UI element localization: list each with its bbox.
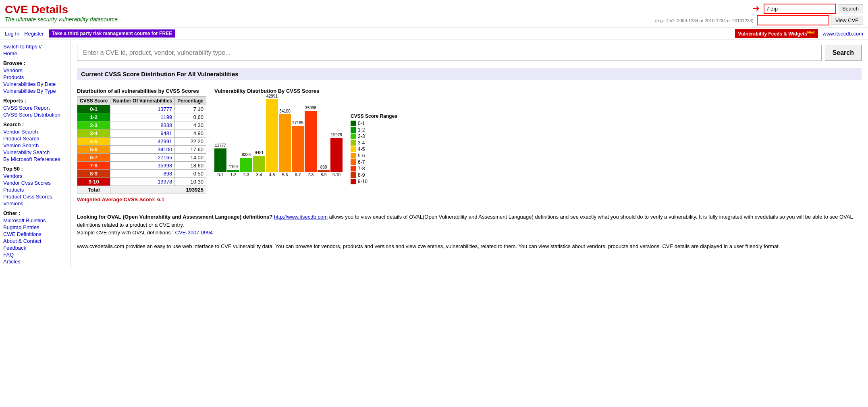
chart-legend: CVSS Score Ranges 0-1 1-2 2-3 3-4 4-5 5-… — [351, 113, 397, 185]
register-link[interactable]: Register — [24, 31, 44, 37]
sidebar-item-vulnerability-search[interactable]: Vulnerability Search — [3, 149, 70, 156]
bar-label-top: 34100 — [279, 109, 291, 113]
sidebar-reports-label: Reports : — [3, 98, 70, 104]
legend-color — [351, 153, 356, 159]
sidebar-item-products[interactable]: Products — [3, 74, 70, 81]
sidebar-item-version-search[interactable]: Version Search — [3, 142, 70, 149]
sidebar-item-top50-vendors[interactable]: Vendors — [3, 173, 70, 179]
sidebar-item-by-ms-ref[interactable]: By Microsoft References — [3, 156, 70, 163]
sidebar-item-articles[interactable]: Articles — [3, 258, 70, 265]
bar-label-top: 35998 — [305, 106, 316, 110]
bar-group: 19978 9-10 — [330, 133, 343, 177]
table-row: 6-7 27165 14.00 — [77, 154, 206, 162]
top-search-button[interactable]: Search — [838, 4, 863, 13]
third-party-button[interactable]: Take a third party risk management cours… — [49, 29, 176, 38]
sidebar-item-vendor-search[interactable]: Vendor Search — [3, 128, 70, 135]
vuln-feeds-label: Vulnerability Feeds & Widgets — [738, 31, 807, 37]
bar-group: 35998 7-8 — [305, 106, 317, 177]
legend-color — [351, 166, 356, 171]
vuln-feeds-new: New — [807, 30, 815, 34]
sidebar: Switch to https:// Home Browse : Vendors… — [0, 40, 71, 268]
header: CVE Details The ultimate security vulner… — [0, 0, 868, 27]
chart-title: Vulnerability Distribution By CVSS Score… — [214, 88, 862, 94]
legend-color — [351, 127, 356, 133]
sidebar-item-switch-https[interactable]: Switch to https:// — [3, 43, 70, 50]
bar-group: 1199 1-2 — [227, 165, 239, 177]
sidebar-item-ms-bulletins[interactable]: Microsoft Bulletins — [3, 217, 70, 224]
sidebar-item-product-search[interactable]: Product Search — [3, 135, 70, 142]
top-search-input[interactable] — [764, 4, 836, 14]
main-search-button[interactable]: Search — [825, 45, 862, 61]
top-cve-input[interactable] — [757, 15, 829, 25]
chart-container: 13777 0-1 1199 1-2 8338 2-3 9481 3-4 429… — [214, 96, 862, 185]
sidebar-item-top50-product-cvss[interactable]: Product Cvss Scores — [3, 193, 70, 200]
sidebar-browse-label: Browse : — [3, 60, 70, 66]
sidebar-item-about[interactable]: About & Contact — [3, 238, 70, 244]
legend-label: 9-10 — [358, 179, 368, 184]
sidebar-item-bugtraq[interactable]: Bugtraq Entries — [3, 224, 70, 231]
oval-section: Looking for OVAL (Open Vulnerability and… — [77, 213, 862, 237]
legend-label: 8-9 — [358, 172, 365, 178]
bar-group: 27165 6-7 — [292, 121, 304, 177]
bar-label-bottom: 8-9 — [321, 173, 326, 177]
sidebar-item-home[interactable]: Home — [3, 50, 70, 57]
sidebar-item-top50-products[interactable]: Products — [3, 186, 70, 193]
login-link[interactable]: Log In — [5, 31, 19, 37]
legend-label: 0-1 — [358, 121, 365, 126]
sidebar-top50-label: Top 50 : — [3, 166, 70, 172]
total-count: 193925 — [110, 186, 206, 194]
sidebar-item-vuln-by-date[interactable]: Vulnerabilities By Date — [3, 81, 70, 88]
bar-label-bottom: 2-3 — [243, 173, 249, 177]
legend-color — [351, 179, 356, 184]
table-row: 7-8 35998 18.60 — [77, 162, 206, 170]
legend-title: CVSS Score Ranges — [351, 113, 397, 119]
main-search-input[interactable] — [77, 45, 822, 61]
sidebar-search-label: Search : — [3, 121, 70, 127]
sidebar-item-cwe[interactable]: CWE Definitions — [3, 231, 70, 238]
top-right: ➜ Search (e.g.: CVE-2009-1234 or 2010-12… — [655, 3, 863, 25]
bar-group: 34100 5-6 — [279, 109, 291, 177]
sidebar-item-vuln-by-type[interactable]: Vulnerabilities By Type — [3, 88, 70, 94]
bars-area: 13777 0-1 1199 1-2 8338 2-3 9481 3-4 429… — [214, 96, 343, 185]
sidebar-item-top50-versions[interactable]: Versions — [3, 200, 70, 207]
legend-color — [351, 121, 356, 126]
chart-area: Vulnerability Distribution By CVSS Score… — [214, 88, 862, 202]
nav-right: Vulnerability Feeds & WidgetsNew www.its… — [735, 29, 863, 38]
bar — [253, 156, 265, 172]
legend-color — [351, 159, 356, 165]
table-row: 9-10 19978 10.30 — [77, 178, 206, 186]
col-header-count: Number Of Vulnerabilities — [110, 97, 175, 105]
sidebar-item-vendors[interactable]: Vendors — [3, 67, 70, 74]
oval-sample-link[interactable]: CVE-2007-0994 — [175, 230, 213, 236]
bar-group: 8338 2-3 — [240, 152, 252, 177]
bar-group: 898 8-9 — [318, 165, 330, 177]
legend-label: 5-6 — [358, 153, 365, 159]
view-cve-button[interactable]: View CVE — [831, 16, 863, 25]
cvss-section-title: Current CVSS Score Distribution For All … — [81, 71, 858, 77]
bar-label-bottom: 0-1 — [218, 173, 223, 177]
sidebar-other-label: Other : — [3, 210, 70, 216]
itsecdb-link[interactable]: www.itsecdb.com — [823, 31, 863, 37]
bar-label-top: 1199 — [229, 165, 238, 169]
table-row: 0-1 13777 7.10 — [77, 105, 206, 113]
table-row: 2-3 8338 4.30 — [77, 121, 206, 129]
legend-item: 9-10 — [351, 179, 397, 184]
sidebar-item-cvss-score-report[interactable]: CVSS Score Report — [3, 104, 70, 111]
oval-link[interactable]: http://www.itsecdb.com — [274, 214, 328, 220]
bar-label-bottom: 3-4 — [256, 173, 262, 177]
table-row: 5-6 34100 17.60 — [77, 146, 206, 154]
sidebar-item-cvss-score-dist[interactable]: CVSS Score Distribution — [3, 111, 70, 118]
sidebar-item-top50-vendor-cvss[interactable]: Vendor Cvss Scores — [3, 179, 70, 186]
distribution-table: CVSS Score Number Of Vulnerabilities Per… — [77, 96, 206, 194]
legend-color — [351, 172, 356, 178]
vuln-feeds-button[interactable]: Vulnerability Feeds & WidgetsNew — [735, 29, 818, 38]
bar — [266, 99, 278, 172]
bar — [292, 126, 304, 172]
sidebar-item-feedback[interactable]: Feedback — [3, 244, 70, 251]
legend-label: 4-5 — [358, 146, 365, 152]
bar — [214, 148, 226, 172]
sidebar-item-faq[interactable]: FAQ — [3, 251, 70, 258]
weighted-avg-label: Weighted Average CVSS Score: — [77, 196, 156, 202]
total-label: Total — [77, 186, 110, 194]
total-row: Total 193925 — [77, 186, 206, 194]
